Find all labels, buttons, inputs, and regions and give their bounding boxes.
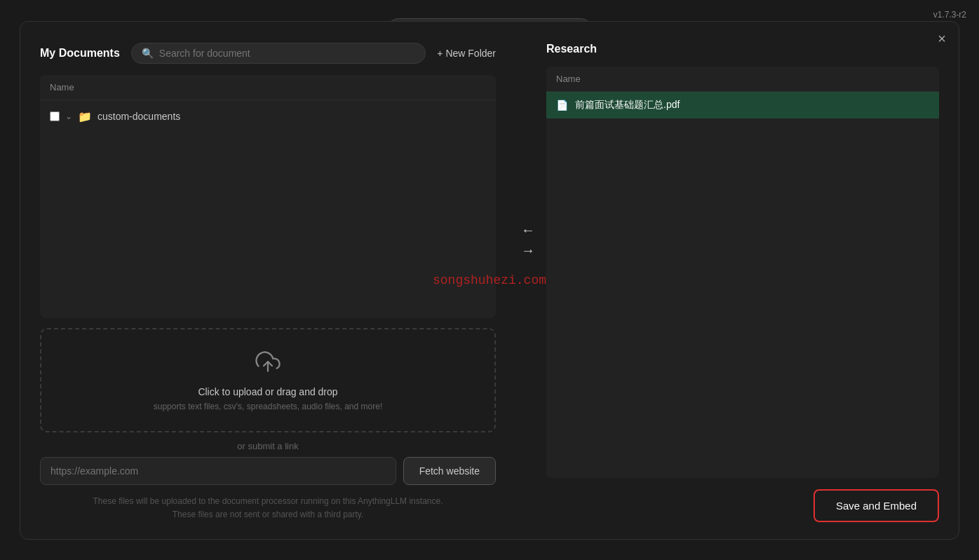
upload-subtitle: supports text files, csv's, spreadsheets…	[55, 402, 480, 411]
right-table-body: 📄 前篇面试基础题汇总.pdf	[546, 92, 939, 478]
folder-icon: 📁	[78, 110, 92, 123]
save-embed-button[interactable]: Save and Embed	[813, 489, 939, 522]
file-table: Name ⌄ 📁 custom-documents	[40, 75, 496, 319]
upload-zone[interactable]: Click to upload or drag and drop support…	[40, 328, 496, 432]
arrow-left-icon: ←	[521, 222, 535, 238]
right-header: Research	[546, 43, 939, 55]
link-input[interactable]	[40, 457, 396, 485]
version-label: v1.7.3-r2	[933, 10, 966, 20]
right-file-table: Name 📄 前篇面试基础题汇总.pdf	[546, 67, 939, 478]
right-table-header: Name	[546, 67, 939, 92]
right-file-row[interactable]: 📄 前篇面试基础题汇总.pdf	[546, 92, 939, 118]
upload-title: Click to upload or drag and drop	[55, 386, 480, 397]
left-panel: My Documents 🔍 + New Folder Name ⌄ 📁 cus…	[40, 43, 510, 522]
modal: × My Documents 🔍 + New Folder Name ⌄ 📁	[20, 21, 959, 540]
arrow-right-icon: →	[521, 243, 535, 259]
left-table-body: ⌄ 📁 custom-documents	[40, 100, 496, 319]
link-label: or submit a link	[40, 441, 496, 451]
modal-body: My Documents 🔍 + New Folder Name ⌄ 📁 cus…	[40, 43, 939, 522]
upload-icon	[55, 349, 480, 379]
left-header: My Documents 🔍 + New Folder	[40, 43, 496, 64]
close-button[interactable]: ×	[938, 32, 946, 46]
search-input[interactable]	[159, 48, 416, 59]
my-documents-title: My Documents	[40, 47, 120, 60]
modal-footer: Save and Embed	[546, 489, 939, 522]
search-icon: 🔍	[142, 48, 154, 59]
folder-checkbox[interactable]	[50, 111, 60, 121]
folder-name: custom-documents	[97, 111, 180, 122]
left-table-header: Name	[40, 75, 496, 100]
new-folder-button[interactable]: + New Folder	[437, 48, 496, 59]
fetch-button[interactable]: Fetch website	[403, 457, 496, 485]
right-panel: Research Name 📄 前篇面试基础题汇总.pdf Save and E…	[546, 43, 939, 522]
folder-row: ⌄ 📁 custom-documents	[40, 104, 496, 129]
chevron-icon: ⌄	[65, 111, 72, 121]
file-doc-icon: 📄	[556, 100, 568, 111]
search-box[interactable]: 🔍	[131, 43, 426, 64]
disclaimer: These files will be uploaded to the docu…	[40, 495, 496, 521]
transfer-arrows: ← →	[510, 0, 546, 522]
link-row: Fetch website	[40, 457, 496, 485]
right-file-name: 前篇面试基础题汇总.pdf	[575, 99, 680, 111]
research-title: Research	[546, 43, 597, 55]
